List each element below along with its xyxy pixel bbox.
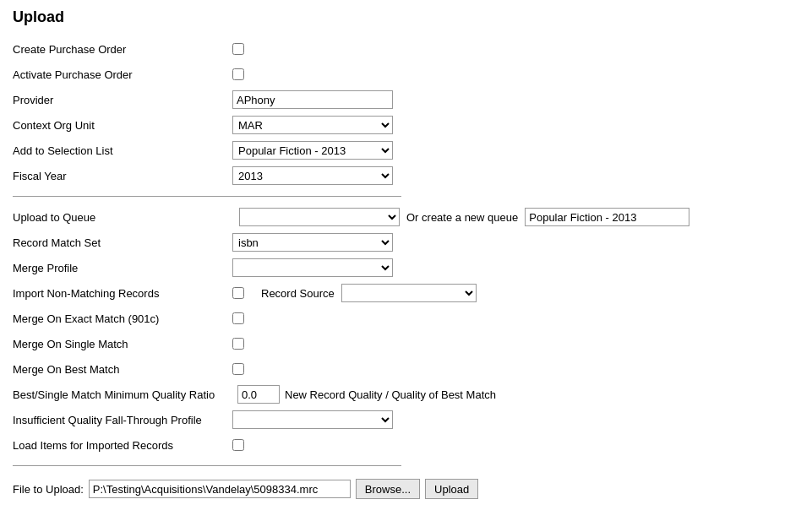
or-create-queue-label: Or create a new queue [406, 211, 518, 224]
import-non-matching-row: Import Non-Matching Records Record Sourc… [13, 283, 799, 303]
record-match-set-label: Record Match Set [13, 236, 232, 249]
merge-on-single-row: Merge On Single Match [13, 334, 799, 354]
record-source-label: Record Source [261, 287, 335, 300]
merge-on-best-label: Merge On Best Match [13, 363, 232, 376]
upload-button[interactable]: Upload [425, 479, 478, 499]
file-path-input[interactable] [89, 480, 351, 498]
activate-po-checkbox[interactable] [232, 68, 244, 80]
import-non-matching-label: Import Non-Matching Records [13, 287, 232, 300]
merge-on-best-checkbox[interactable] [232, 363, 244, 375]
new-record-quality-label: New Record Quality / Quality of Best Mat… [285, 388, 496, 401]
merge-on-exact-label: Merge On Exact Match (901c) [13, 312, 232, 325]
browse-button[interactable]: Browse... [356, 479, 420, 499]
merge-on-exact-checkbox[interactable] [232, 312, 244, 324]
import-non-matching-checkbox[interactable] [232, 287, 244, 299]
load-items-label: Load Items for Imported Records [13, 439, 232, 452]
record-source-select[interactable]: Source 1 Source 2 [341, 284, 477, 302]
upload-form: Create Purchase Order Activate Purchase … [13, 39, 799, 499]
merge-on-best-row: Merge On Best Match [13, 359, 799, 379]
create-po-checkbox[interactable] [232, 43, 244, 55]
merge-profile-row: Merge Profile Profile 1 Profile 2 [13, 258, 799, 278]
create-po-row: Create Purchase Order [13, 39, 799, 59]
merge-on-single-checkbox[interactable] [232, 338, 244, 350]
fiscal-year-row: Fiscal Year 2013 2014 2012 [13, 166, 799, 186]
fiscal-year-select[interactable]: 2013 2014 2012 [232, 166, 393, 185]
insufficient-quality-row: Insufficient Quality Fall-Through Profil… [13, 410, 799, 430]
merge-on-exact-row: Merge On Exact Match (901c) [13, 308, 799, 328]
activate-po-row: Activate Purchase Order [13, 64, 799, 84]
merge-profile-label: Merge Profile [13, 262, 232, 274]
insufficient-quality-label: Insufficient Quality Fall-Through Profil… [13, 414, 232, 426]
best-single-match-label: Best/Single Match Minimum Quality Ratio [13, 388, 232, 401]
upload-to-queue-label: Upload to Queue [13, 211, 232, 224]
insufficient-quality-select[interactable]: Profile A Profile B [232, 410, 393, 429]
activate-po-label: Activate Purchase Order [13, 68, 232, 81]
context-org-unit-row: Context Org Unit MAR SYS BR1 BR2 [13, 115, 799, 135]
create-po-label: Create Purchase Order [13, 43, 232, 56]
file-upload-row: File to Upload: Browse... Upload [13, 479, 799, 499]
add-to-selection-list-select[interactable]: Popular Fiction - 2013 Popular Fiction 2… [232, 141, 393, 160]
merge-profile-select[interactable]: Profile 1 Profile 2 [232, 258, 393, 277]
record-match-set-select[interactable]: isbn upc issn [232, 233, 393, 252]
best-single-match-input[interactable] [237, 385, 280, 404]
upload-to-queue-row: Upload to Queue Queue 1 Queue 2 Or creat… [13, 207, 799, 227]
record-match-set-row: Record Match Set isbn upc issn [13, 232, 799, 252]
file-to-upload-label: File to Upload: [13, 483, 84, 496]
best-single-match-row: Best/Single Match Minimum Quality Ratio … [13, 384, 799, 404]
provider-input[interactable] [232, 90, 393, 109]
context-org-unit-label: Context Org Unit [13, 119, 232, 132]
load-items-row: Load Items for Imported Records [13, 435, 799, 455]
provider-row: Provider [13, 90, 799, 110]
add-to-selection-list-label: Add to Selection List [13, 144, 232, 157]
upload-to-queue-select[interactable]: Queue 1 Queue 2 [239, 208, 400, 226]
fiscal-year-label: Fiscal Year [13, 170, 232, 182]
context-org-unit-select[interactable]: MAR SYS BR1 BR2 [232, 116, 393, 134]
divider-1 [13, 196, 401, 197]
record-source-container: Record Source Source 1 Source 2 [244, 284, 477, 302]
new-queue-input[interactable] [525, 208, 689, 226]
merge-on-single-label: Merge On Single Match [13, 338, 232, 350]
provider-label: Provider [13, 94, 232, 106]
divider-2 [13, 465, 401, 466]
page-title: Upload [13, 8, 799, 26]
load-items-checkbox[interactable] [232, 439, 244, 451]
add-to-selection-list-row: Add to Selection List Popular Fiction - … [13, 140, 799, 160]
